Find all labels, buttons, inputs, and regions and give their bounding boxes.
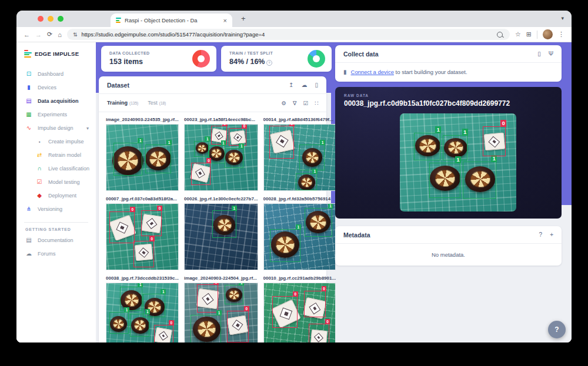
box-icon: ◆	[36, 193, 43, 199]
back-icon[interactable]: ←	[24, 31, 30, 38]
database-icon: ▤	[25, 98, 32, 104]
bounding-box-wheel: 1	[270, 229, 300, 262]
bounding-box-label: 0	[130, 207, 135, 212]
bookmark-star-icon[interactable]: ☆	[515, 31, 521, 38]
sidebar-item-retrain-model[interactable]: ⇄Retrain model	[16, 149, 96, 162]
sidebar-item-impulse-design[interactable]: ∿Impulse design▾	[16, 122, 96, 135]
tab-training[interactable]: Training (135)	[107, 100, 138, 106]
chevron-down-icon[interactable]: ▾	[561, 15, 564, 21]
close-tab-icon[interactable]: ×	[223, 17, 227, 24]
dataset-item-filename[interactable]: 00014_jpg.rf.a88d45136f6479f...	[263, 117, 336, 122]
forward-icon[interactable]: →	[35, 31, 42, 38]
reload-icon[interactable]: ⟳	[47, 31, 52, 38]
metadata-add-icon[interactable]: +	[550, 231, 553, 238]
bounding-box-label: 1	[232, 206, 237, 211]
usb-connect-icon[interactable]: Ψ	[549, 51, 553, 57]
tab-test[interactable]: Test (18)	[148, 100, 166, 106]
bounding-box-label: 1	[138, 138, 143, 143]
sidebar-item-deployment[interactable]: ◆Deployment	[16, 189, 96, 203]
url-text: https://studio.edgeimpulse.com/studio/51…	[81, 31, 492, 38]
dataset-item-filename[interactable]: 00023_jpg.rf.1a58f14eecc98bc...	[184, 117, 258, 122]
edge-impulse-logo[interactable]: EDGE IMPULSE	[16, 42, 96, 58]
upload-icon[interactable]: ↥	[289, 82, 293, 88]
chevron-down-icon: ▾	[86, 126, 89, 131]
sidebar-item-create-impulse[interactable]: ●Create impulse	[16, 135, 96, 149]
bounding-box-label: 1	[312, 169, 318, 174]
dataset-item-thumbnail[interactable]: 001110	[184, 124, 258, 191]
data-collected-card: DATA COLLECTED 153 items	[101, 46, 216, 72]
dataset-item-thumbnail[interactable]: 000	[263, 283, 336, 343]
dataset-item-filename[interactable]: 00010_jpg.rf.cc291adb29b8901...	[263, 276, 336, 281]
extensions-icon[interactable]: ⊞	[526, 31, 532, 38]
bounding-box-robot: 0	[309, 324, 329, 343]
site-settings-icon[interactable]: ⇅	[73, 32, 78, 38]
bounding-box-label: 1	[161, 289, 166, 294]
cloud-icon[interactable]: ☁	[301, 82, 307, 88]
sidebar-item-data-acquisition[interactable]: ▤Data acquisition	[16, 95, 96, 108]
dataset-item-thumbnail[interactable]: 011	[263, 124, 336, 191]
device-icon[interactable]: ▯	[537, 51, 541, 57]
sidebar-item-documentation[interactable]: ▤Documentation	[16, 234, 96, 247]
help-fab[interactable]: ?	[548, 321, 566, 338]
dataset-item-thumbnail[interactable]: 0110	[184, 283, 258, 343]
dataset-item-filename[interactable]: 00007_jpg.rf.037c0a83d518f2a...	[106, 196, 179, 202]
collect-data-title: Collect data	[343, 51, 530, 58]
bounding-box-robot: 0	[154, 325, 173, 343]
sidebar-item-live-classification[interactable]: ∩Live classification	[16, 162, 96, 176]
dataset-item-filename[interactable]: 00038_jpg.rf.73dccddb231539c...	[106, 276, 179, 281]
minimize-window-button[interactable]	[48, 16, 54, 22]
close-window-button[interactable]	[38, 16, 44, 22]
dot-icon: ●	[36, 140, 43, 143]
tab-training-count: (135)	[129, 101, 138, 105]
sidebar-nav: ⊡Dashboard▮Devices▤Data acquisition▦Expe…	[16, 68, 96, 216]
browser-tab[interactable]: Raspi - Object Detection - Da ×	[111, 14, 232, 27]
bounding-box-label: 1	[435, 126, 441, 133]
train-test-split-value: 84% / 16%	[229, 58, 265, 66]
bounding-box-robot: 0	[197, 284, 218, 313]
sidebar-nav-secondary: ▤Documentation☁Forums	[16, 234, 96, 261]
bounding-box-label: 0	[289, 124, 295, 126]
dataset-item-thumbnail[interactable]: 1	[184, 203, 258, 270]
metadata-help-icon[interactable]: ?	[539, 231, 543, 238]
connect-device-link[interactable]: Connect a device	[351, 69, 394, 75]
browser-menu-icon[interactable]: ⋮	[558, 31, 564, 38]
sidebar-item-dashboard[interactable]: ⊡Dashboard	[16, 68, 96, 81]
bounding-box-wheel: 1	[145, 145, 171, 173]
raw-data-label: RAW DATA	[344, 93, 369, 98]
dataset-item-filename[interactable]: image_20240903-224535_jpg.rf...	[106, 117, 179, 122]
home-icon[interactable]: ⌂	[58, 31, 62, 38]
sidebar-item-devices[interactable]: ▮Devices	[16, 81, 96, 95]
profile-avatar[interactable]	[543, 29, 553, 39]
dataset-item-thumbnail[interactable]: 11	[106, 124, 179, 191]
dataset-item-filename[interactable]: 00026_jpg.rf.1e300c0ecfc227b7...	[184, 196, 258, 202]
collect-data-header: Collect data ▯ Ψ	[335, 45, 562, 63]
expand-icon[interactable]: ∷	[315, 100, 318, 106]
collect-data-body: ▮ Connect a device to start building you…	[335, 63, 562, 81]
sidebar-item-experiments[interactable]: ▦Experiments	[16, 108, 96, 122]
bounding-box-label: 1	[205, 136, 210, 142]
branch-icon: ⋔	[25, 206, 32, 212]
export-file-icon[interactable]: ▯	[315, 82, 318, 88]
zoom-icon[interactable]	[497, 32, 503, 38]
dataset-item-filename[interactable]: 00028_jpg.rf.fd32a50b5756914	[263, 196, 336, 202]
sidebar-item-versioning[interactable]: ⋔Versioning	[16, 203, 96, 216]
maximize-window-button[interactable]	[58, 16, 64, 22]
select-multiple-icon[interactable]: ☑	[303, 100, 308, 106]
dataset-item-thumbnail[interactable]: 000	[106, 203, 179, 270]
dataset-item-filename[interactable]: image_20240903-224504_jpg.rf...	[184, 276, 258, 281]
dataset-item-thumbnail[interactable]: 11110	[106, 283, 179, 343]
help-circle-icon[interactable]: ?	[266, 60, 272, 66]
filter-icon[interactable]: ∇	[293, 100, 296, 106]
dataset-item-thumbnail[interactable]: 11	[263, 203, 336, 270]
sidebar-item-forums[interactable]: ☁Forums	[16, 247, 96, 261]
data-collected-donut	[192, 50, 210, 68]
bounding-box-wheel: 1	[212, 210, 236, 238]
sidebar-item-model-testing[interactable]: ☑Model testing	[16, 176, 96, 189]
address-bar[interactable]: ⇅ https://studio.edgeimpulse.com/studio/…	[67, 29, 510, 40]
auto-labeler-icon[interactable]: ⚙	[282, 100, 287, 106]
tab-training-label: Training	[107, 100, 128, 106]
bounding-box-label: 1	[239, 283, 244, 286]
bounding-box-label: 1	[462, 129, 468, 136]
bounding-box-label: 1	[328, 203, 333, 209]
new-tab-button[interactable]: +	[241, 14, 246, 23]
